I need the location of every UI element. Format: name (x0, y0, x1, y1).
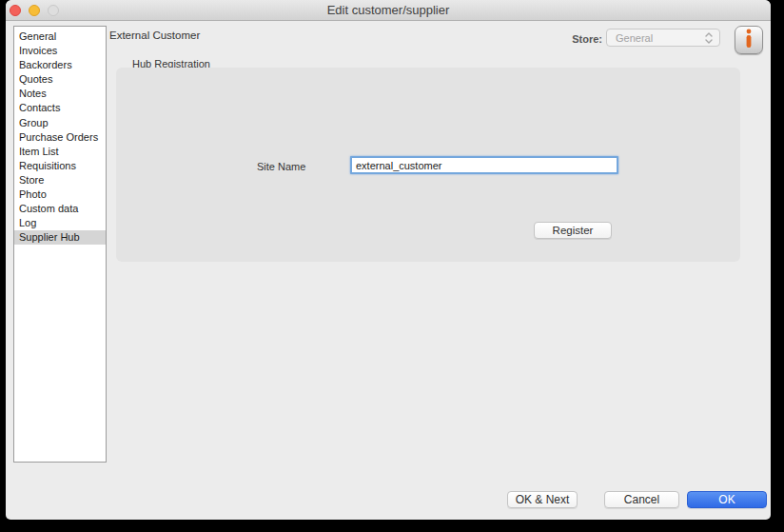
sidebar-item-requisitions[interactable]: Requisitions (14, 159, 106, 173)
sidebar-item-item-list[interactable]: Item List (14, 145, 106, 159)
sidebar-item-custom-data[interactable]: Custom data (14, 202, 106, 216)
ok-button[interactable]: OK (687, 491, 767, 508)
title-bar[interactable]: Edit customer/supplier (6, 0, 771, 21)
customer-name-label: External Customer (109, 30, 200, 41)
sidebar-tab-list: GeneralInvoicesBackordersQuotesNotesCont… (13, 26, 107, 463)
sidebar-item-store[interactable]: Store (14, 173, 106, 187)
sidebar-item-invoices[interactable]: Invoices (14, 44, 106, 58)
store-dropdown[interactable]: General (606, 29, 720, 47)
info-button[interactable] (735, 26, 763, 54)
site-name-label: Site Name (257, 161, 305, 172)
edit-customer-supplier-window: Edit customer/supplier GeneralInvoicesBa… (6, 0, 771, 520)
sidebar-item-photo[interactable]: Photo (14, 187, 106, 202)
sidebar-item-contacts[interactable]: Contacts (14, 101, 106, 115)
store-dropdown-value: General (607, 32, 702, 44)
sidebar-item-log[interactable]: Log (14, 216, 106, 230)
site-name-input[interactable] (350, 156, 618, 174)
window-title: Edit customer/supplier (6, 3, 771, 17)
sidebar-item-general[interactable]: General (14, 30, 106, 44)
info-icon (744, 29, 754, 51)
store-label: Store: (553, 33, 602, 45)
sidebar-item-quotes[interactable]: Quotes (14, 72, 106, 87)
sidebar-item-notes[interactable]: Notes (14, 87, 106, 101)
register-button[interactable]: Register (534, 222, 612, 239)
sidebar-item-purchase-orders[interactable]: Purchase Orders (14, 130, 106, 145)
sidebar-item-group[interactable]: Group (14, 116, 106, 130)
screenshot-stage: Edit customer/supplier GeneralInvoicesBa… (0, 0, 784, 532)
cancel-button[interactable]: Cancel (604, 491, 679, 508)
ok-and-next-button[interactable]: OK & Next (507, 491, 578, 508)
sidebar-item-backorders[interactable]: Backorders (14, 58, 106, 72)
sidebar-item-supplier-hub[interactable]: Supplier Hub (14, 230, 106, 245)
chevron-up-down-icon (702, 30, 719, 46)
